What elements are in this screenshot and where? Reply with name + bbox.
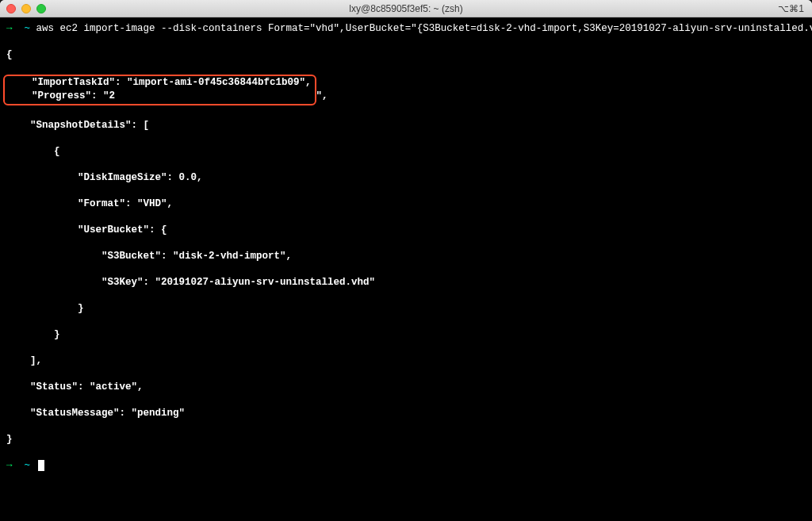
maximize-icon[interactable] xyxy=(36,4,46,13)
titlebar: lxy@8c85905f3ef5: ~ (zsh) ⌥⌘1 xyxy=(0,0,812,17)
command-text: aws ec2 import-image --disk-containers F… xyxy=(36,23,812,34)
close-icon[interactable] xyxy=(6,4,16,13)
terminal-body[interactable]: → ~ aws ec2 import-image --disk-containe… xyxy=(0,17,812,521)
traffic-lights xyxy=(6,4,46,13)
output-line: { "ImportTaskId": "import-ami-0f45c36844… xyxy=(6,48,806,446)
terminal-window: lxy@8c85905f3ef5: ~ (zsh) ⌥⌘1 → ~ aws ec… xyxy=(0,0,812,521)
prompt-arrow-icon: → xyxy=(6,23,13,34)
window-shortcut: ⌥⌘1 xyxy=(778,3,804,14)
prompt-arrow-icon: → xyxy=(6,460,13,471)
cursor-icon xyxy=(38,460,44,471)
highlight-import-task-id: "ImportTaskId": "import-ami-0f45c36844bf… xyxy=(3,75,316,105)
prompt-cwd: ~ xyxy=(25,23,31,34)
prompt-cwd: ~ xyxy=(25,460,31,471)
minimize-icon[interactable] xyxy=(21,4,31,13)
window-title: lxy@8c85905f3ef5: ~ (zsh) xyxy=(349,3,462,14)
